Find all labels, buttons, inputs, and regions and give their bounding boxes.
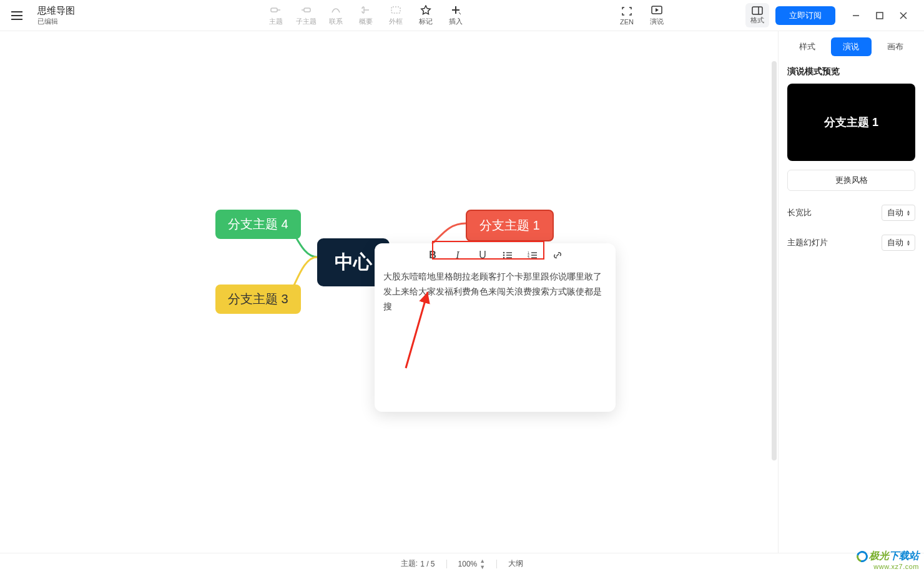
- stepper-arrows-icon: ▴▾: [907, 240, 910, 246]
- underline-button[interactable]: U: [476, 248, 489, 262]
- outline-label: 大纲: [508, 558, 523, 569]
- window-minimize[interactable]: [852, 11, 860, 20]
- preview-text: 分支主题 1: [824, 115, 878, 130]
- marker-tool[interactable]: 标记: [413, 2, 439, 29]
- note-toolbar: B I U 123: [375, 243, 616, 267]
- insert-tool[interactable]: 插入: [443, 2, 469, 29]
- tool-label: 子主题: [296, 17, 317, 26]
- boundary-tool[interactable]: 外框: [383, 2, 409, 29]
- plus-icon: [450, 4, 462, 16]
- change-style-button[interactable]: 更换风格: [787, 170, 915, 191]
- tab-pitch[interactable]: 演说: [831, 37, 871, 56]
- tool-label: 概要: [359, 17, 373, 26]
- pitch-tool[interactable]: 演说: [644, 2, 670, 29]
- branch-node-1[interactable]: 分支主题 1: [466, 210, 554, 241]
- note-text[interactable]: 大股东噎暗地里格朗拉老顾客打个卡那里跟你说哪里敢了发上来给大家发福利费角色来闯关…: [375, 267, 616, 316]
- italic-button[interactable]: I: [451, 248, 464, 262]
- outline-toggle[interactable]: 大纲: [508, 558, 523, 569]
- svg-rect-4: [752, 7, 762, 14]
- subscribe-button[interactable]: 立即订阅: [775, 6, 835, 25]
- boundary-icon: [390, 4, 402, 16]
- window-maximize[interactable]: [875, 11, 884, 20]
- topic-counter: 主题: 1 / 5: [401, 558, 435, 569]
- document-status: 已编辑: [37, 17, 75, 26]
- format-panel-toggle[interactable]: 格式: [745, 3, 769, 27]
- topic-slide-select[interactable]: 自动 ▴▾: [882, 235, 915, 251]
- summary-icon: [360, 4, 372, 16]
- document-title-block: 思维导图 已编辑: [37, 5, 75, 26]
- svg-text:3: 3: [528, 256, 529, 260]
- mindmap-canvas[interactable]: 分支主题 4 分支主题 3 中心 分支主题 1 B I U 123 大股东噎暗地…: [0, 31, 778, 553]
- brand-text-a: 极光: [869, 550, 889, 561]
- numbered-list-button[interactable]: 123: [526, 248, 539, 262]
- pitch-preview[interactable]: 分支主题 1: [787, 84, 915, 161]
- tab-canvas[interactable]: 画布: [875, 37, 915, 56]
- tool-label: 主题: [269, 17, 283, 26]
- branch-node-3[interactable]: 分支主题 3: [215, 285, 301, 314]
- topic-slide-label: 主题幻灯片: [787, 237, 828, 248]
- logo-ring-icon: [855, 548, 870, 564]
- svg-point-6: [503, 252, 505, 254]
- svg-rect-2: [391, 7, 400, 13]
- topics-value: 1 / 5: [420, 560, 435, 568]
- svg-rect-5: [877, 12, 883, 19]
- scrollbar-thumb[interactable]: [772, 61, 777, 460]
- stepper-arrows-icon: ▴▾: [907, 210, 910, 216]
- tool-label: 联系: [329, 17, 343, 26]
- stepper-arrows-icon: ▲▼: [479, 558, 485, 570]
- note-popup: B I U 123 大股东噎暗地里格朗拉老顾客打个卡那里跟你说哪里敢了发上来给大…: [375, 243, 616, 412]
- titlebar: 思维导图 已编辑 主题 子主题 联系 概要 外框 标记: [0, 0, 924, 31]
- aspect-ratio-select[interactable]: 自动 ▴▾: [882, 205, 915, 221]
- tool-label: 插入: [449, 17, 463, 26]
- divider: [496, 560, 497, 568]
- preview-heading: 演说模式预览: [787, 66, 915, 77]
- divider: [446, 560, 447, 568]
- tool-label: 格式: [750, 16, 764, 25]
- bullet-list-button[interactable]: [501, 248, 514, 262]
- tool-label: 外框: [389, 17, 403, 26]
- svg-point-7: [503, 255, 505, 256]
- zoom-value: 100%: [458, 560, 478, 568]
- brand-text-b: 下载站: [889, 550, 919, 561]
- select-value: 自动: [887, 207, 903, 218]
- subtopic-icon: [300, 4, 312, 16]
- hamburger-icon: [11, 11, 22, 20]
- zen-tool[interactable]: ZEN: [614, 3, 640, 28]
- menu-button[interactable]: [7, 6, 26, 25]
- select-value: 自动: [887, 237, 903, 248]
- link-button[interactable]: [551, 248, 564, 262]
- watermark: 极光下载站 www.xz7.com: [857, 550, 919, 570]
- brand-url: www.xz7.com: [857, 563, 919, 570]
- relation-icon: [330, 4, 342, 16]
- zoom-control[interactable]: 100% ▲▼: [458, 558, 486, 570]
- star-icon: [420, 4, 432, 16]
- bold-button[interactable]: B: [426, 248, 440, 262]
- tool-label: ZEN: [620, 18, 634, 26]
- side-panel: 样式 演说 画布 演说模式预览 分支主题 1 更换风格 长宽比 自动 ▴▾ 主题…: [778, 31, 924, 553]
- aspect-ratio-label: 长宽比: [787, 207, 812, 218]
- svg-rect-1: [304, 8, 310, 12]
- tab-style[interactable]: 样式: [787, 37, 827, 56]
- panel-icon: [751, 6, 764, 16]
- topic-icon: [270, 4, 282, 16]
- summary-tool[interactable]: 概要: [353, 2, 379, 29]
- fullscreen-icon: [621, 6, 633, 17]
- svg-point-8: [503, 257, 505, 259]
- topic-tool[interactable]: 主题: [263, 2, 289, 29]
- branch-node-4[interactable]: 分支主题 4: [215, 210, 301, 239]
- subtopic-tool[interactable]: 子主题: [293, 2, 319, 29]
- play-icon: [651, 4, 663, 16]
- relation-tool[interactable]: 联系: [323, 2, 349, 29]
- tool-label: 演说: [650, 17, 664, 26]
- window-close[interactable]: [899, 11, 908, 20]
- topics-label: 主题:: [401, 558, 418, 569]
- document-title: 思维导图: [37, 5, 75, 17]
- tool-label: 标记: [419, 17, 433, 26]
- status-bar: 主题: 1 / 5 100% ▲▼ 大纲: [0, 553, 924, 574]
- vertical-scrollbar[interactable]: [772, 31, 777, 553]
- svg-rect-0: [271, 8, 277, 12]
